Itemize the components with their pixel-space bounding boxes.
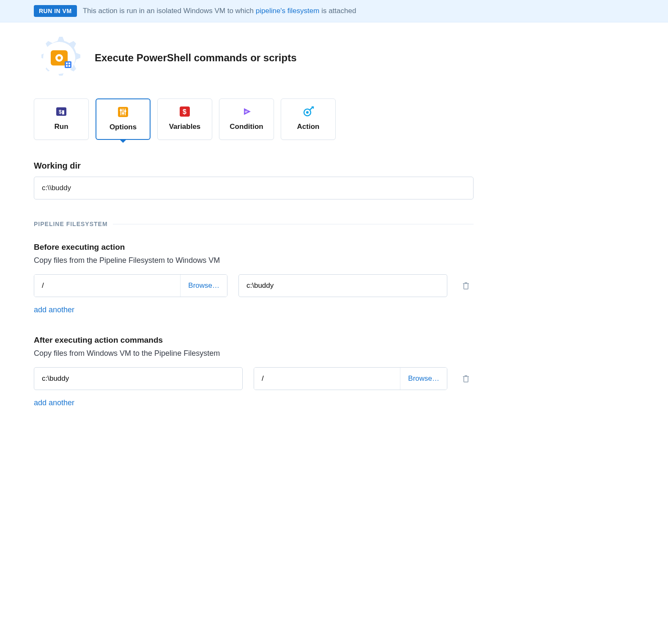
- svg-point-17: [124, 110, 126, 112]
- svg-rect-6: [68, 63, 70, 64]
- tab-action-label: Action: [297, 123, 320, 131]
- before-source-input[interactable]: [34, 275, 180, 297]
- trash-icon: [462, 374, 470, 383]
- run-icon: $▮: [55, 106, 67, 117]
- tab-condition[interactable]: IF Condition: [219, 98, 274, 140]
- before-row: Browse…: [34, 274, 474, 297]
- svg-rect-26: [464, 377, 468, 382]
- trash-icon: [462, 281, 470, 290]
- after-source-input[interactable]: [34, 367, 243, 390]
- after-heading: After executing action commands: [34, 336, 474, 345]
- svg-rect-25: [464, 284, 468, 289]
- run-in-vm-badge: RUN IN VM: [34, 5, 77, 17]
- svg-point-15: [120, 109, 122, 112]
- action-icon: [302, 106, 314, 117]
- svg-line-24: [310, 107, 312, 110]
- after-dest-input[interactable]: [254, 368, 400, 390]
- svg-text:$▮: $▮: [59, 109, 65, 115]
- tab-condition-label: Condition: [230, 123, 263, 131]
- working-dir-label: Working dir: [34, 161, 474, 171]
- before-desc: Copy files from the Pipeline Filesystem …: [34, 256, 474, 265]
- banner-text-before: This action is run in an isolated Window…: [83, 7, 256, 15]
- after-add-another-button[interactable]: add another: [34, 398, 74, 407]
- svg-rect-7: [66, 65, 68, 67]
- after-row: Browse…: [34, 367, 474, 390]
- page-header: Execute PowerShell commands or scripts: [34, 33, 474, 83]
- after-desc: Copy files from Windows VM to the Pipeli…: [34, 349, 474, 358]
- tab-variables[interactable]: $ Variables: [157, 98, 212, 140]
- pipeline-fs-section-heading: PIPELINE FILESYSTEM: [34, 221, 474, 227]
- action-gear-icon: [34, 33, 85, 83]
- svg-rect-8: [68, 65, 70, 67]
- tab-options-label: Options: [110, 123, 137, 131]
- before-heading: Before executing action: [34, 243, 474, 252]
- before-add-another-button[interactable]: add another: [34, 306, 74, 314]
- svg-text:IF: IF: [245, 110, 248, 114]
- options-icon: [117, 106, 129, 118]
- after-delete-button[interactable]: [458, 374, 474, 383]
- svg-point-3: [57, 56, 61, 60]
- after-browse-button[interactable]: Browse…: [400, 368, 447, 390]
- svg-point-23: [306, 111, 309, 114]
- tab-action[interactable]: Action: [281, 98, 336, 140]
- condition-icon: IF: [241, 106, 252, 117]
- tab-options[interactable]: Options: [96, 98, 151, 140]
- tab-run-label: Run: [54, 123, 68, 131]
- tab-variables-label: Variables: [169, 123, 201, 131]
- svg-rect-5: [66, 63, 68, 64]
- before-dest-input[interactable]: [238, 274, 447, 297]
- divider-line: [113, 224, 474, 224]
- tab-run[interactable]: $▮ Run: [34, 98, 89, 140]
- tabs: $▮ Run Options $ Variables IF Condition: [34, 98, 474, 140]
- page-title: Execute PowerShell commands or scripts: [95, 52, 297, 64]
- after-dest-wrap: Browse…: [254, 367, 447, 390]
- vm-banner: RUN IN VM This action is run in an isola…: [0, 0, 668, 22]
- svg-point-16: [122, 112, 124, 115]
- banner-text: This action is run in an isolated Window…: [83, 7, 356, 15]
- before-source-wrap: Browse…: [34, 274, 227, 297]
- banner-text-after: is attached: [319, 7, 356, 15]
- pipeline-fs-section-label: PIPELINE FILESYSTEM: [34, 221, 108, 227]
- before-delete-button[interactable]: [458, 281, 474, 290]
- variables-icon: $: [179, 106, 191, 117]
- working-dir-input[interactable]: [34, 177, 474, 199]
- svg-text:$: $: [183, 108, 186, 115]
- before-browse-button[interactable]: Browse…: [180, 275, 227, 297]
- svg-rect-4: [65, 61, 71, 68]
- pipeline-filesystem-link[interactable]: pipeline's filesystem: [256, 7, 320, 15]
